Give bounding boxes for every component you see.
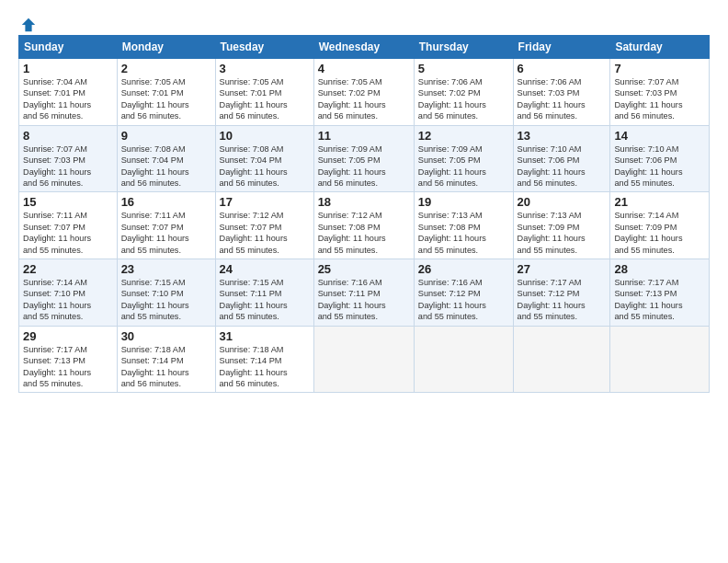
day-detail: Sunrise: 7:14 AM Sunset: 7:10 PM Dayligh…: [23, 277, 113, 323]
day-detail: Sunrise: 7:07 AM Sunset: 7:03 PM Dayligh…: [23, 144, 113, 190]
calendar-cell: 3Sunrise: 7:05 AM Sunset: 7:01 PM Daylig…: [215, 59, 313, 126]
calendar-cell: 9Sunrise: 7:08 AM Sunset: 7:04 PM Daylig…: [117, 125, 215, 192]
day-detail: Sunrise: 7:17 AM Sunset: 7:12 PM Dayligh…: [518, 277, 607, 323]
weekday-header-saturday: Saturday: [610, 36, 710, 59]
calendar-cell: 19Sunrise: 7:13 AM Sunset: 7:08 PM Dayli…: [414, 192, 513, 259]
calendar-cell: 16Sunrise: 7:11 AM Sunset: 7:07 PM Dayli…: [117, 192, 215, 259]
week-row-2: 8Sunrise: 7:07 AM Sunset: 7:03 PM Daylig…: [19, 125, 710, 192]
weekday-header-friday: Friday: [513, 36, 610, 59]
day-number: 24: [220, 262, 310, 276]
day-number: 7: [614, 62, 705, 75]
calendar-cell: [610, 326, 710, 393]
week-row-1: 1Sunrise: 7:04 AM Sunset: 7:01 PM Daylig…: [19, 59, 710, 126]
calendar-cell: 24Sunrise: 7:15 AM Sunset: 7:11 PM Dayli…: [215, 259, 313, 327]
weekday-header-row: SundayMondayTuesdayWednesdayThursdayFrid…: [19, 36, 710, 59]
day-number: 22: [23, 262, 113, 276]
calendar-cell: 12Sunrise: 7:09 AM Sunset: 7:05 PM Dayli…: [414, 125, 513, 192]
day-number: 13: [518, 129, 607, 143]
calendar-cell: 20Sunrise: 7:13 AM Sunset: 7:09 PM Dayli…: [513, 192, 610, 259]
day-number: 8: [23, 129, 113, 143]
day-detail: Sunrise: 7:08 AM Sunset: 7:04 PM Dayligh…: [121, 144, 211, 190]
calendar-cell: 31Sunrise: 7:18 AM Sunset: 7:14 PM Dayli…: [215, 326, 313, 393]
day-detail: Sunrise: 7:15 AM Sunset: 7:10 PM Dayligh…: [121, 277, 211, 323]
day-number: 23: [121, 262, 211, 276]
day-number: 1: [23, 62, 113, 75]
day-detail: Sunrise: 7:10 AM Sunset: 7:06 PM Dayligh…: [518, 144, 607, 190]
weekday-header-tuesday: Tuesday: [215, 36, 313, 59]
day-number: 15: [23, 195, 113, 209]
day-number: 29: [23, 329, 113, 343]
weekday-header-monday: Monday: [117, 36, 215, 59]
calendar-cell: 11Sunrise: 7:09 AM Sunset: 7:05 PM Dayli…: [313, 125, 414, 192]
svg-marker-0: [22, 18, 35, 31]
day-number: 19: [418, 195, 509, 209]
day-detail: Sunrise: 7:16 AM Sunset: 7:11 PM Dayligh…: [318, 277, 410, 323]
day-number: 11: [318, 129, 410, 143]
calendar-cell: 26Sunrise: 7:16 AM Sunset: 7:12 PM Dayli…: [414, 259, 513, 327]
logo: [18, 17, 37, 29]
day-detail: Sunrise: 7:18 AM Sunset: 7:14 PM Dayligh…: [121, 344, 211, 390]
calendar-cell: 4Sunrise: 7:05 AM Sunset: 7:02 PM Daylig…: [313, 59, 414, 126]
calendar-cell: 10Sunrise: 7:08 AM Sunset: 7:04 PM Dayli…: [215, 125, 313, 192]
day-number: 26: [418, 262, 509, 276]
day-number: 14: [614, 129, 705, 143]
calendar-cell: 27Sunrise: 7:17 AM Sunset: 7:12 PM Dayli…: [513, 259, 610, 327]
day-detail: Sunrise: 7:08 AM Sunset: 7:04 PM Dayligh…: [220, 144, 310, 190]
weekday-header-wednesday: Wednesday: [313, 36, 414, 59]
calendar-cell: 14Sunrise: 7:10 AM Sunset: 7:06 PM Dayli…: [610, 125, 710, 192]
calendar-cell: 28Sunrise: 7:17 AM Sunset: 7:13 PM Dayli…: [610, 259, 710, 327]
day-detail: Sunrise: 7:10 AM Sunset: 7:06 PM Dayligh…: [614, 144, 705, 190]
day-detail: Sunrise: 7:13 AM Sunset: 7:09 PM Dayligh…: [518, 210, 607, 256]
calendar-cell: 13Sunrise: 7:10 AM Sunset: 7:06 PM Dayli…: [513, 125, 610, 192]
day-detail: Sunrise: 7:11 AM Sunset: 7:07 PM Dayligh…: [121, 210, 211, 256]
day-number: 25: [318, 262, 410, 276]
day-detail: Sunrise: 7:11 AM Sunset: 7:07 PM Dayligh…: [23, 210, 113, 256]
day-number: 9: [121, 129, 211, 143]
calendar-cell: 21Sunrise: 7:14 AM Sunset: 7:09 PM Dayli…: [610, 192, 710, 259]
page: SundayMondayTuesdayWednesdayThursdayFrid…: [0, 0, 728, 563]
day-number: 10: [220, 129, 310, 143]
week-row-4: 22Sunrise: 7:14 AM Sunset: 7:10 PM Dayli…: [19, 259, 710, 327]
weekday-header-thursday: Thursday: [414, 36, 513, 59]
calendar-cell: 25Sunrise: 7:16 AM Sunset: 7:11 PM Dayli…: [313, 259, 414, 327]
day-detail: Sunrise: 7:15 AM Sunset: 7:11 PM Dayligh…: [220, 277, 310, 323]
calendar-cell: 2Sunrise: 7:05 AM Sunset: 7:01 PM Daylig…: [117, 59, 215, 126]
week-row-3: 15Sunrise: 7:11 AM Sunset: 7:07 PM Dayli…: [19, 192, 710, 259]
week-row-5: 29Sunrise: 7:17 AM Sunset: 7:13 PM Dayli…: [19, 326, 710, 393]
day-detail: Sunrise: 7:05 AM Sunset: 7:02 PM Dayligh…: [318, 76, 410, 122]
calendar-cell: 18Sunrise: 7:12 AM Sunset: 7:08 PM Dayli…: [313, 192, 414, 259]
calendar-cell: [513, 326, 610, 393]
calendar-cell: 8Sunrise: 7:07 AM Sunset: 7:03 PM Daylig…: [19, 125, 118, 192]
logo-icon: [20, 17, 37, 33]
calendar-cell: 22Sunrise: 7:14 AM Sunset: 7:10 PM Dayli…: [19, 259, 118, 327]
day-detail: Sunrise: 7:06 AM Sunset: 7:03 PM Dayligh…: [518, 76, 607, 122]
weekday-header-sunday: Sunday: [19, 36, 118, 59]
day-number: 16: [121, 195, 211, 209]
day-number: 27: [518, 262, 607, 276]
calendar-cell: 7Sunrise: 7:07 AM Sunset: 7:03 PM Daylig…: [610, 59, 710, 126]
header: [18, 17, 710, 29]
day-number: 31: [220, 329, 310, 343]
day-number: 21: [614, 195, 705, 209]
day-detail: Sunrise: 7:16 AM Sunset: 7:12 PM Dayligh…: [418, 277, 509, 323]
day-detail: Sunrise: 7:17 AM Sunset: 7:13 PM Dayligh…: [23, 344, 113, 390]
calendar-cell: 29Sunrise: 7:17 AM Sunset: 7:13 PM Dayli…: [19, 326, 118, 393]
day-detail: Sunrise: 7:05 AM Sunset: 7:01 PM Dayligh…: [121, 76, 211, 122]
day-detail: Sunrise: 7:13 AM Sunset: 7:08 PM Dayligh…: [418, 210, 509, 256]
day-detail: Sunrise: 7:18 AM Sunset: 7:14 PM Dayligh…: [220, 344, 310, 390]
calendar-cell: [313, 326, 414, 393]
day-number: 12: [418, 129, 509, 143]
calendar-cell: 30Sunrise: 7:18 AM Sunset: 7:14 PM Dayli…: [117, 326, 215, 393]
day-number: 18: [318, 195, 410, 209]
day-number: 6: [518, 62, 607, 75]
day-detail: Sunrise: 7:05 AM Sunset: 7:01 PM Dayligh…: [220, 76, 310, 122]
calendar: SundayMondayTuesdayWednesdayThursdayFrid…: [18, 35, 710, 393]
day-number: 17: [220, 195, 310, 209]
day-number: 20: [518, 195, 607, 209]
calendar-cell: 15Sunrise: 7:11 AM Sunset: 7:07 PM Dayli…: [19, 192, 118, 259]
day-number: 3: [220, 62, 310, 75]
calendar-cell: 6Sunrise: 7:06 AM Sunset: 7:03 PM Daylig…: [513, 59, 610, 126]
day-detail: Sunrise: 7:09 AM Sunset: 7:05 PM Dayligh…: [418, 144, 509, 190]
calendar-cell: 23Sunrise: 7:15 AM Sunset: 7:10 PM Dayli…: [117, 259, 215, 327]
day-number: 28: [614, 262, 705, 276]
